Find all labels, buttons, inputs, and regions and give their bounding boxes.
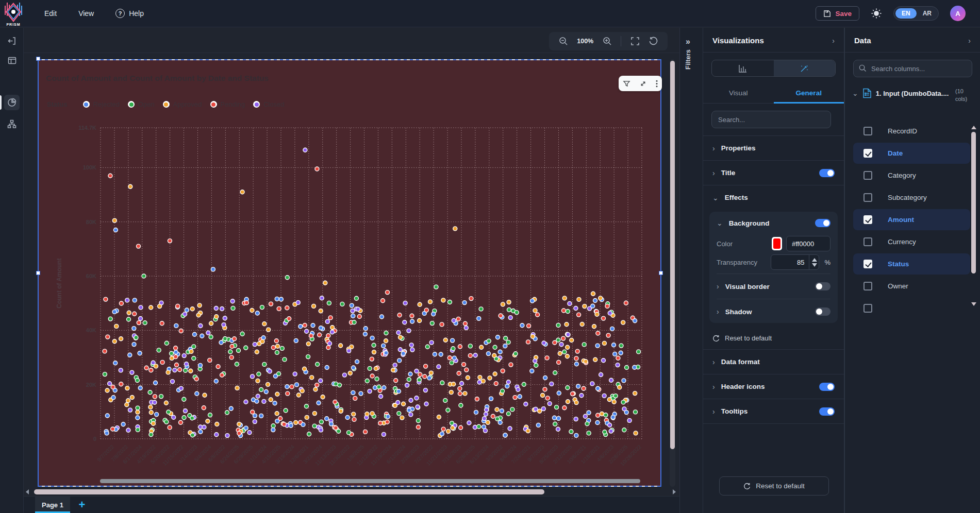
tab-visual[interactable]: Visual <box>703 84 774 103</box>
page-tab-label: Page 1 <box>42 501 63 509</box>
visualizations-title: Visualizations <box>712 36 764 45</box>
column-name: Currency <box>888 238 916 246</box>
column-checkbox[interactable] <box>863 171 872 180</box>
magic-wand-mode-button[interactable] <box>774 60 836 76</box>
title-toggle[interactable] <box>819 169 835 177</box>
background-header[interactable]: ⌄ Background <box>709 212 838 234</box>
column-name: Subcategory <box>888 194 927 201</box>
canvas-horizontal-scrollbar[interactable] <box>24 488 679 495</box>
column-row-subcategory[interactable]: Subcategory <box>853 187 970 208</box>
hscroll-thumb[interactable] <box>34 489 544 494</box>
resize-handle-left[interactable] <box>36 271 40 275</box>
report-canvas[interactable]: 100% Count of Amount and Count of Amount… <box>24 28 679 513</box>
search-columns-input[interactable] <box>853 60 972 77</box>
zoom-out-icon[interactable] <box>559 37 568 46</box>
color-hex-input[interactable] <box>786 236 830 251</box>
column-checkbox[interactable] <box>863 237 872 246</box>
shadow-toggle[interactable] <box>815 307 830 316</box>
visual-border-label: Visual border <box>725 283 809 290</box>
header-icons-toggle[interactable] <box>819 383 835 391</box>
resize-handle-top-left[interactable] <box>36 57 40 61</box>
column-checkbox[interactable] <box>863 304 872 313</box>
scroll-down-arrow[interactable] <box>971 302 976 306</box>
more-options-icon[interactable] <box>656 80 658 88</box>
visual-border-toggle[interactable] <box>815 282 830 290</box>
collapse-panel-icon[interactable]: › <box>968 37 971 45</box>
column-list-scrollbar[interactable] <box>971 127 976 307</box>
page-tab-1[interactable]: Page 1 <box>35 497 70 513</box>
tooltips-toggle[interactable] <box>819 407 835 416</box>
scroll-up-arrow[interactable] <box>971 126 976 129</box>
column-row-date[interactable]: Date <box>853 143 970 164</box>
bar-chart-mode-button[interactable] <box>712 60 774 76</box>
collapse-panel-icon[interactable]: › <box>832 37 835 45</box>
column-checkbox[interactable] <box>863 282 872 290</box>
column-checkbox[interactable] <box>863 260 872 268</box>
visual-header-icons <box>619 76 662 91</box>
expand-icon[interactable] <box>639 80 647 88</box>
save-button[interactable]: Save <box>816 6 859 21</box>
chevron-down-icon: ⌄ <box>852 89 858 97</box>
viz-search-input[interactable] <box>711 111 831 128</box>
column-row-category[interactable]: Category <box>853 165 970 186</box>
visual-border-row[interactable]: › Visual border <box>709 276 838 297</box>
section-header-icons[interactable]: › Header icons <box>703 374 844 399</box>
fit-to-screen-icon[interactable] <box>630 37 640 46</box>
section-properties[interactable]: › Properties <box>703 136 844 160</box>
reset-view-icon[interactable] <box>649 37 658 46</box>
menu-help[interactable]: ? Help <box>115 9 144 18</box>
expand-filters-icon[interactable]: » <box>686 37 690 46</box>
background-toggle[interactable] <box>815 219 830 227</box>
shadow-row[interactable]: › Shadow <box>709 301 838 322</box>
column-row-status[interactable]: Status <box>853 253 970 275</box>
scatter-chart-visual[interactable]: Count of Amount and Count of Amount by D… <box>39 59 660 487</box>
exit-icon[interactable] <box>4 33 20 48</box>
lang-ar-option[interactable]: AR <box>918 8 937 19</box>
layout-icon[interactable] <box>4 53 20 68</box>
menu-view[interactable]: View <box>78 9 94 18</box>
hierarchy-icon[interactable] <box>4 116 20 132</box>
column-checkbox[interactable] <box>863 193 872 202</box>
scroll-right-arrow[interactable] <box>673 489 676 494</box>
section-title[interactable]: › Title <box>703 161 844 185</box>
zoom-in-icon[interactable] <box>603 37 612 46</box>
pie-chart-icon[interactable] <box>4 95 20 110</box>
resize-handle-right[interactable] <box>659 271 663 275</box>
color-swatch[interactable] <box>772 237 782 250</box>
column-checkbox[interactable] <box>863 127 872 135</box>
dataset-name: 1. Input (DumboData.... <box>876 90 951 97</box>
tab-general[interactable]: General <box>774 84 844 103</box>
column-checkbox[interactable] <box>863 215 872 224</box>
scroll-left-arrow[interactable] <box>26 489 29 494</box>
column-row-owner[interactable]: Owner <box>853 276 970 297</box>
data-format-label: Data format <box>721 358 835 366</box>
column-row-partial[interactable] <box>853 298 970 319</box>
theme-sun-icon[interactable] <box>871 8 882 19</box>
lang-en-option[interactable]: EN <box>895 8 917 19</box>
column-checkbox[interactable] <box>863 149 872 158</box>
column-name: Category <box>888 172 916 179</box>
dataset-tree-item[interactable]: ⌄ 1. Input (DumboData.... (10 cols) <box>845 84 980 109</box>
svg-text:40K: 40K <box>86 327 96 333</box>
section-effects[interactable]: ⌄ Effects <box>703 185 844 210</box>
section-tooltips[interactable]: › Tooltips <box>703 399 844 423</box>
add-page-button[interactable]: + <box>70 497 94 513</box>
column-row-currency[interactable]: Currency <box>853 231 970 252</box>
avatar[interactable]: A <box>950 6 966 21</box>
list-scroll-thumb[interactable] <box>971 132 976 273</box>
reset-icon <box>743 483 751 490</box>
language-toggle[interactable]: EN AR <box>893 6 939 21</box>
top-bar: PRISM Edit View ? Help Save EN AR A <box>0 0 980 27</box>
menu-edit[interactable]: Edit <box>44 9 57 18</box>
canvas-vertical-scrollbar[interactable] <box>670 59 675 487</box>
chart-horizontal-scrollbar[interactable] <box>100 479 640 483</box>
spinner-up-icon[interactable] <box>812 258 817 262</box>
section-data-format[interactable]: › Data format <box>703 350 844 374</box>
effects-reset-link[interactable]: Reset to default <box>703 327 844 349</box>
filter-icon[interactable] <box>623 80 630 88</box>
vscroll-thumb[interactable] <box>670 61 675 449</box>
reset-to-default-button[interactable]: Reset to default <box>719 476 829 495</box>
column-row-amount[interactable]: Amount <box>853 209 970 230</box>
spinner-down-icon[interactable] <box>812 263 817 267</box>
column-row-recordid[interactable]: RecordID <box>853 121 970 142</box>
